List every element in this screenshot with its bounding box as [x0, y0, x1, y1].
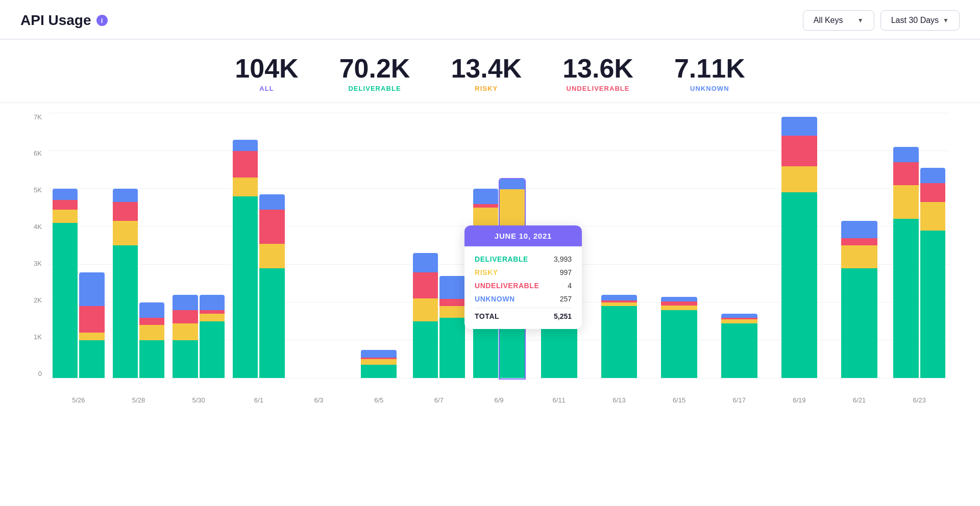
bar-segment-deliverable: [173, 340, 198, 378]
chevron-down-icon: ▼: [857, 17, 864, 24]
bar-segment-undeliverable: [893, 162, 918, 185]
y-axis-label: 0: [20, 370, 46, 377]
bar-segment-unknown: [841, 221, 877, 238]
bar-segment-undeliverable: [79, 306, 104, 333]
stat-value: 70.2K: [339, 55, 410, 82]
bar-stack[interactable]: [781, 117, 818, 378]
date-range-dropdown[interactable]: Last 30 Days ▼: [880, 10, 960, 31]
tooltip-row: DELIVERABLE 3,993: [475, 252, 572, 266]
tooltip-row-value: 257: [560, 295, 572, 303]
y-axis-label: 2K: [20, 296, 46, 304]
bar-segment-unknown: [920, 168, 945, 183]
bar-segment-undeliverable: [139, 318, 164, 325]
chevron-down-icon: ▼: [943, 17, 949, 24]
bar-group: [649, 113, 709, 378]
bar-stack[interactable]: [233, 140, 258, 378]
bar-stack[interactable]: [113, 189, 138, 378]
stat-label: UNKNOWN: [674, 85, 745, 92]
bar-stack[interactable]: [920, 168, 945, 378]
bar-segment-unknown: [200, 295, 225, 310]
bar-segment-unknown: [439, 276, 464, 299]
bar-segment-risky: [259, 244, 284, 268]
bar-stack[interactable]: [893, 147, 918, 378]
bar-segment-unknown: [361, 350, 397, 358]
stat-item: 7.11K UNKNOWN: [674, 55, 745, 92]
y-axis: 01K2K3K4K5K6K7K: [20, 113, 46, 378]
x-axis-label: 6/11: [529, 396, 589, 404]
stat-label: UNDELIVERABLE: [562, 85, 633, 92]
bar-segment-undeliverable: [661, 301, 697, 305]
x-axis-label: 6/7: [409, 396, 469, 404]
bar-stack[interactable]: [413, 253, 438, 378]
header-left: API Usage i: [20, 12, 108, 29]
bar-stack[interactable]: [79, 272, 104, 378]
tooltip-body: DELIVERABLE 3,993 RISKY 997 UNDELIVERABL…: [464, 246, 582, 329]
stat-label: RISKY: [451, 85, 522, 92]
bar-segment-deliverable: [53, 223, 78, 378]
x-axis-label: 6/1: [229, 396, 289, 404]
x-axis-label: 6/13: [589, 396, 649, 404]
bar-group: [709, 113, 769, 378]
x-axis-label: 6/21: [829, 396, 890, 404]
bar-segment-risky: [413, 298, 438, 321]
tooltip-total-row: TOTAL 5,251: [475, 308, 572, 323]
bar-segment-unknown: [601, 295, 638, 300]
bar-segment-unknown: [473, 189, 498, 204]
bar-segment-deliverable: [920, 231, 945, 378]
bar-group: [229, 113, 289, 378]
x-axis: 5/265/285/306/16/36/56/76/96/116/136/156…: [48, 396, 949, 404]
bar-stack[interactable]: [841, 221, 877, 378]
bar-stack[interactable]: [439, 276, 464, 378]
stats-row: 104K ALL 70.2K DELIVERABLE 13.4K RISKY 1…: [0, 40, 980, 103]
bar-segment-deliverable: [413, 321, 438, 378]
bar-segment-undeliverable: [841, 238, 877, 246]
bar-stack[interactable]: [173, 295, 198, 378]
bar-group: [349, 113, 409, 378]
bar-group: [48, 113, 109, 378]
stat-item: 70.2K DELIVERABLE: [339, 55, 410, 92]
tooltip-row: RISKY 997: [475, 266, 572, 279]
bar-segment-deliverable: [79, 340, 104, 378]
bar-stack[interactable]: [53, 189, 78, 378]
bar-segment-risky: [233, 178, 258, 196]
bar-stack[interactable]: [721, 314, 757, 378]
bar-stack[interactable]: [661, 297, 697, 378]
x-axis-label: 6/17: [709, 396, 769, 404]
stat-item: 13.6K UNDELIVERABLE: [562, 55, 633, 92]
bar-segment-risky: [920, 202, 945, 231]
tooltip-row-label: UNKNOWN: [475, 295, 515, 303]
bar-segment-unknown: [661, 297, 697, 302]
bar-segment-unknown: [893, 147, 918, 162]
bar-segment-risky: [841, 245, 877, 268]
bar-segment-risky: [721, 319, 757, 323]
bar-segment-risky: [113, 221, 138, 245]
bar-segment-deliverable: [601, 306, 638, 378]
bar-stack[interactable]: [361, 350, 397, 378]
bar-stack[interactable]: [259, 194, 284, 378]
tooltip-row: UNKNOWN 257: [475, 292, 572, 306]
chart-wrapper: 01K2K3K4K5K6K7K 5/265/285/306/16/36/56/7…: [20, 113, 960, 409]
bar-segment-unknown: [113, 189, 138, 202]
bar-segment-undeliverable: [200, 310, 225, 314]
info-icon[interactable]: i: [96, 15, 108, 26]
stat-label: ALL: [235, 85, 298, 92]
tooltip-row-value: 4: [568, 282, 572, 290]
bar-segment-undeliverable: [920, 183, 945, 202]
bar-segment-risky: [500, 189, 525, 227]
x-axis-label: 6/15: [649, 396, 709, 404]
y-axis-label: 4K: [20, 223, 46, 231]
bar-segment-risky: [439, 306, 464, 317]
tooltip-row-value: 3,993: [554, 255, 572, 263]
bar-stack[interactable]: [139, 302, 164, 378]
page-title: API Usage: [20, 12, 91, 29]
bar-stack[interactable]: [601, 295, 638, 378]
bar-segment-unknown: [259, 194, 284, 210]
x-axis-label: 6/9: [469, 396, 529, 404]
bar-segment-unknown: [53, 189, 78, 200]
bar-group: [769, 113, 829, 378]
all-keys-dropdown[interactable]: All Keys ▼: [803, 10, 874, 31]
bar-group: [889, 113, 949, 378]
bar-segment-deliverable: [113, 245, 138, 378]
bar-stack[interactable]: [200, 295, 225, 378]
stat-label: DELIVERABLE: [339, 85, 410, 92]
